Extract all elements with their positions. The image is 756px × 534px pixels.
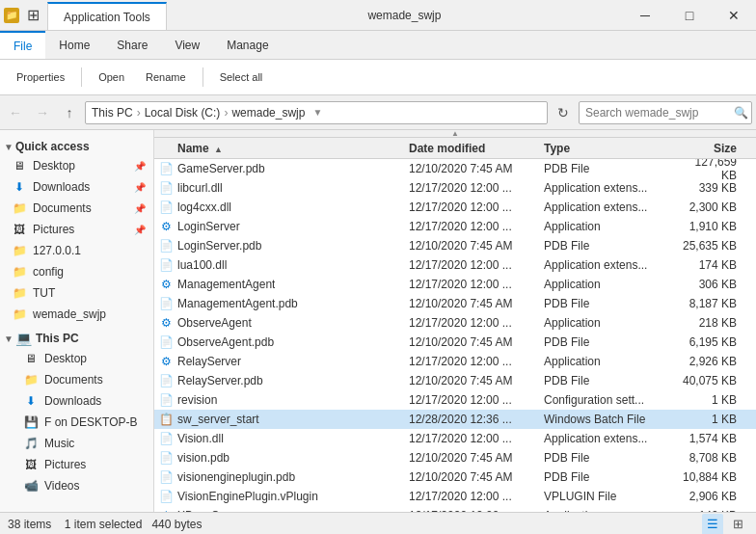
large-icons-button[interactable]: ⊞ (727, 514, 748, 535)
ribbon-properties-button[interactable]: Properties (8, 68, 73, 86)
col-name-header[interactable]: Name ▲ (158, 142, 409, 155)
breadcrumb-sep-2: › (224, 106, 228, 120)
sidebar-item-desktop-quick[interactable]: 🖥 Desktop 📌 (0, 155, 153, 176)
ribbon-content: Properties Open Rename Select all (0, 60, 756, 94)
table-row[interactable]: ⚙ RelayServer 12/17/2020 12:00 ... Appli… (154, 352, 756, 371)
sidebar-item-documents-quick[interactable]: 📁 Documents 📌 (0, 198, 153, 219)
ribbon: File Home Share View Manage Properties O… (0, 31, 756, 95)
file-size-cell: 1 KB (679, 413, 752, 426)
file-type-icon: ⚙ (158, 354, 174, 369)
file-type-cell: Windows Batch File (544, 413, 679, 426)
sidebar-label: Downloads (44, 394, 146, 408)
quick-access-icon[interactable]: ⊞ (23, 6, 43, 24)
file-type-cell: Application extens... (544, 200, 679, 214)
table-row[interactable]: 📄 revision 12/17/2020 12:00 ... Configur… (154, 390, 756, 410)
breadcrumb-current: wemade_swjp (231, 106, 305, 120)
status-bar: 38 items 1 item selected 440 bytes ☰ ⊞ (0, 512, 756, 534)
sidebar-item-pictures-pc[interactable]: 🖼 Pictures (0, 454, 153, 475)
table-row[interactable]: ⚙ LoginServer 12/17/2020 12:00 ... Appli… (154, 217, 756, 236)
file-type-cell: Application extens... (544, 181, 679, 195)
table-row[interactable]: 📄 lua100.dll 12/17/2020 12:00 ... Applic… (154, 255, 756, 275)
pin-icon: 📌 (134, 203, 146, 214)
maximize-button[interactable]: □ (667, 0, 712, 31)
file-type-cell: Application (544, 278, 679, 291)
sidebar-item-music-pc[interactable]: 🎵 Music (0, 433, 153, 454)
sidebar-item-documents-pc[interactable]: 📁 Documents (0, 369, 153, 390)
up-button[interactable]: ↑ (58, 101, 81, 124)
sidebar-item-f-drive[interactable]: 💾 F on DESKTOP-B (0, 412, 153, 433)
refresh-button[interactable]: ↻ (552, 101, 575, 124)
sidebar-label: Desktop (33, 159, 128, 173)
file-name-text: ObserveAgent.pdb (177, 335, 274, 349)
table-row[interactable]: 📄 GameServer.pdb 12/10/2020 7:45 AM PDB … (154, 159, 756, 178)
application-tools-tab[interactable]: Application Tools (47, 2, 167, 30)
sidebar-item-downloads-quick[interactable]: ⬇ Downloads 📌 (0, 176, 153, 198)
table-row[interactable]: 📄 LoginServer.pdb 12/10/2020 7:45 AM PDB… (154, 236, 756, 255)
ribbon-rename-button[interactable]: Rename (137, 68, 195, 86)
table-row[interactable]: 📄 log4cxx.dll 12/17/2020 12:00 ... Appli… (154, 198, 756, 217)
table-row[interactable]: 📄 ManagementAgent.pdb 12/10/2020 7:45 AM… (154, 294, 756, 313)
back-button[interactable]: ← (4, 101, 27, 124)
file-type-cell: VPLUGIN File (544, 490, 679, 503)
sidebar-label: config (33, 265, 146, 279)
file-size-cell: 306 KB (679, 278, 752, 291)
table-row[interactable]: 📋 sw_server_start 12/28/2020 12:36 ... W… (154, 410, 756, 429)
file-type-icon: 📄 (158, 161, 174, 176)
table-row[interactable]: 📄 ObserveAgent.pdb 12/10/2020 7:45 AM PD… (154, 333, 756, 352)
details-view-button[interactable]: ☰ (702, 514, 723, 535)
sidebar-item-downloads-pc[interactable]: ⬇ Downloads (0, 390, 153, 412)
sidebar-label: 127.0.0.1 (33, 244, 146, 257)
thispc-header[interactable]: ▼ 💻 This PC (0, 325, 153, 348)
search-input[interactable] (585, 106, 730, 120)
col-type-header[interactable]: Type (544, 142, 679, 155)
sidebar-item-config[interactable]: 📁 config (0, 261, 153, 282)
ribbon-select-button[interactable]: Select all (211, 68, 272, 86)
tab-manage[interactable]: Manage (213, 31, 282, 59)
file-name-cell: ⚙ ObserveAgent (158, 315, 409, 331)
table-row[interactable]: 📄 VisionEnginePlugin.vPlugin 12/17/2020 … (154, 487, 756, 506)
file-name-text: ManagementAgent.pdb (177, 297, 298, 310)
table-row[interactable]: ⚙ ManagementAgent 12/17/2020 12:00 ... A… (154, 275, 756, 294)
nav-bar: ← → ↑ This PC › Local Disk (C:) › wemade… (0, 95, 756, 130)
file-name-cell: ⚙ XBaseServer (158, 508, 409, 512)
table-row[interactable]: 📄 Vision.dll 12/17/2020 12:00 ... Applic… (154, 429, 756, 448)
tab-view[interactable]: View (161, 31, 213, 59)
breadcrumb-thispc[interactable]: This PC (92, 106, 133, 120)
address-chevron-icon: ▼ (312, 107, 322, 118)
table-row[interactable]: 📄 vision.pdb 12/10/2020 7:45 AM PDB File… (154, 448, 756, 467)
close-button[interactable]: ✕ (712, 0, 756, 31)
tab-share[interactable]: Share (103, 31, 161, 59)
sidebar-item-ip[interactable]: 📁 127.0.0.1 (0, 240, 153, 261)
sidebar-item-wemade[interactable]: 📁 wemade_swjp (0, 304, 153, 325)
thispc-label: This PC (36, 332, 79, 345)
pin-icon: 📌 (134, 225, 146, 235)
tab-home[interactable]: Home (45, 31, 103, 59)
quick-access-header[interactable]: ▼ Quick access (0, 134, 153, 155)
sidebar-label: F on DESKTOP-B (44, 415, 146, 429)
sidebar-item-pictures-quick[interactable]: 🖼 Pictures 📌 (0, 219, 153, 240)
table-row[interactable]: 📄 libcurl.dll 12/17/2020 12:00 ... Appli… (154, 178, 756, 198)
file-date-cell: 12/10/2020 7:45 AM (409, 297, 544, 310)
tab-file[interactable]: File (0, 31, 45, 59)
sidebar-item-desktop-pc[interactable]: 🖥 Desktop (0, 348, 153, 369)
sidebar-item-tut[interactable]: 📁 TUT (0, 282, 153, 304)
table-row[interactable]: ⚙ ObserveAgent 12/17/2020 12:00 ... Appl… (154, 313, 756, 333)
sidebar-label: Documents (33, 201, 128, 215)
ribbon-open-button[interactable]: Open (90, 68, 133, 86)
sidebar-item-videos-pc[interactable]: 📹 Videos (0, 475, 153, 496)
file-name-cell: 📄 libcurl.dll (158, 180, 409, 196)
col-date-header[interactable]: Date modified (409, 142, 544, 155)
table-row[interactable]: 📄 visionengineplugin.pdb 12/10/2020 7:45… (154, 467, 756, 487)
search-bar[interactable]: 🔍 (579, 101, 752, 124)
minimize-button[interactable]: ─ (623, 0, 667, 31)
table-row[interactable]: 📄 RelayServer.pdb 12/10/2020 7:45 AM PDB… (154, 371, 756, 390)
address-bar[interactable]: This PC › Local Disk (C:) › wemade_swjp … (85, 101, 548, 124)
file-date-cell: 12/17/2020 12:00 ... (409, 181, 544, 195)
table-row[interactable]: ⚙ XBaseServer 12/17/2020 12:00 ... Appli… (154, 506, 756, 512)
col-size-header[interactable]: Size (679, 142, 752, 155)
search-icon: 🔍 (734, 106, 748, 120)
breadcrumb-localdisk[interactable]: Local Disk (C:) (145, 106, 221, 120)
main-content: ▼ Quick access 🖥 Desktop 📌 ⬇ Downloads 📌… (0, 130, 756, 512)
forward-button[interactable]: → (31, 101, 54, 124)
file-name-cell: 📄 RelayServer.pdb (158, 373, 409, 388)
